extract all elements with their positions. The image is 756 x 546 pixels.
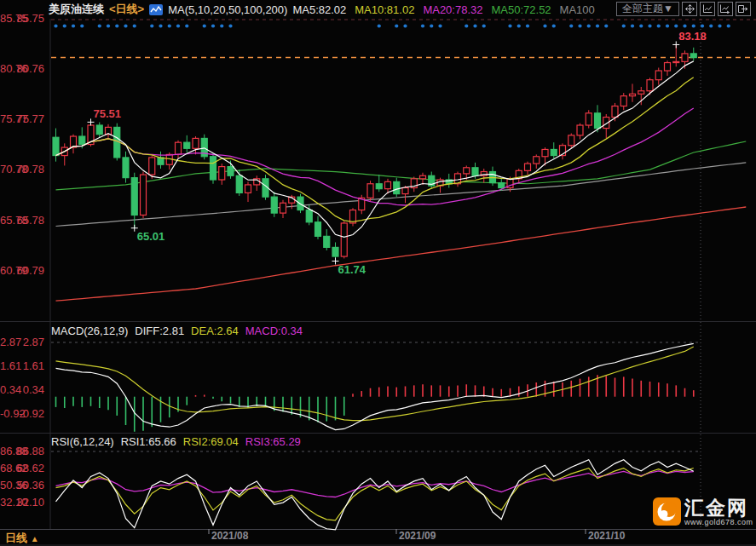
event-dot <box>203 24 206 27</box>
candle-body-down <box>376 184 382 189</box>
x-axis-date: 2021/09 <box>399 530 436 542</box>
candle-body-up <box>542 149 548 156</box>
event-dot <box>80 24 84 27</box>
candle-body-down <box>184 142 190 148</box>
candle-body-up <box>341 223 347 256</box>
event-dot <box>543 24 546 27</box>
chart-application: 美原油连续 <日线> MA(5,10,20,50,100,200) MA5:82… <box>0 0 756 546</box>
event-dot <box>228 24 232 27</box>
candle-body-down <box>96 125 102 135</box>
candle-body-down <box>123 158 129 178</box>
candle-body-down <box>332 247 338 256</box>
macd-legend-item: MACD:0.34 <box>245 325 303 337</box>
candle-body-up <box>420 175 426 179</box>
candle-body-up <box>665 63 671 71</box>
candle-body-up <box>630 94 636 95</box>
price-marker: 65.01 <box>137 230 165 243</box>
exit-fullscreen-icon[interactable] <box>736 2 751 16</box>
event-dot <box>438 24 441 27</box>
candle-body-up <box>647 80 653 91</box>
macd-legend-item: DEA:2.64 <box>191 325 239 337</box>
candle-body-up <box>638 91 644 95</box>
candle-body-up <box>655 71 661 80</box>
event-dot <box>378 24 381 27</box>
event-dot <box>211 24 215 27</box>
zoom-axis-right-icon[interactable] <box>718 2 733 16</box>
axis-tick-right: 1.61 <box>0 359 21 372</box>
event-dot <box>72 24 75 27</box>
event-dot <box>395 24 398 27</box>
event-dot <box>604 24 608 27</box>
axis-tick-right: 68.62 <box>0 462 28 474</box>
logo-url: www.gold678.com <box>684 518 753 526</box>
candle-body-up <box>193 138 199 148</box>
ma50-line <box>56 141 747 190</box>
theme-dropdown-button[interactable]: 全部主题▼ <box>616 2 679 16</box>
event-dot <box>430 24 433 27</box>
event-dot <box>701 24 704 27</box>
chart-canvas[interactable] <box>0 0 756 546</box>
x-axis-date: 2021/10 <box>588 530 625 542</box>
ma-value-label: MA5:82.02 <box>292 3 346 16</box>
event-dot <box>709 24 713 27</box>
event-dot <box>98 24 101 27</box>
header-tools: 全部主题▼ <box>616 2 751 16</box>
axis-tick-right: 2.87 <box>0 336 21 348</box>
event-dot <box>185 24 188 27</box>
event-dot <box>526 24 529 27</box>
ma-value-label: MA100 <box>560 3 595 16</box>
axis-tick-right: 50.36 <box>0 479 28 491</box>
candle-body-down <box>690 54 696 58</box>
event-dot <box>578 24 581 27</box>
axis-tick-right: 80.76 <box>0 62 28 75</box>
event-dot <box>692 24 695 27</box>
period-tag: <日线> <box>109 2 144 17</box>
candle-body-up <box>464 168 470 174</box>
event-dot <box>718 24 721 27</box>
candle-body-up <box>525 164 531 170</box>
ma-value-label: MA20:78.32 <box>423 3 482 16</box>
rsi-legend-item: RSI3:65.29 <box>245 435 301 448</box>
price-marker: 75.51 <box>94 107 122 120</box>
logo-icon <box>653 497 681 526</box>
candle-body-down <box>324 236 330 247</box>
rsi-legend-item: RSI2:69.04 <box>183 435 239 448</box>
candle-body-down <box>499 183 505 188</box>
macd-legend: MACD(26,12,9)DIFF:2.81DEA:2.64MACD:0.34 <box>51 325 309 337</box>
candle-body-down <box>315 222 321 237</box>
candle-body-up <box>245 185 251 193</box>
ma-value-label: MA10:81.02 <box>355 3 414 16</box>
rsi2-line <box>56 468 694 520</box>
price-marker: 61.74 <box>338 263 366 276</box>
event-dot <box>220 24 223 27</box>
candle-body-up <box>385 181 391 188</box>
event-dot <box>133 24 136 27</box>
candle-body-down <box>211 157 216 180</box>
bottom-bar: 日线 ▲ 2021/082021/092021/10 <box>0 530 756 545</box>
event-dot <box>596 24 599 27</box>
event-dot <box>727 24 730 27</box>
event-dot <box>666 24 669 27</box>
event-dot <box>482 24 486 27</box>
event-dot <box>465 24 468 27</box>
candle-body-down <box>472 168 478 175</box>
rsi-legend: RSI(6,12,24)RSI1:65.66RSI2:69.04RSI3:65.… <box>51 435 308 448</box>
candle-body-up <box>280 203 286 213</box>
event-dot <box>63 24 66 27</box>
axis-tick-right: -0.92 <box>0 407 26 420</box>
zoom-axis-left-icon[interactable] <box>700 2 715 16</box>
candle-body-up <box>141 175 147 215</box>
rsi-legend-item: RSI(6,12,24) <box>51 435 114 448</box>
candle-body-up <box>586 113 592 125</box>
move-crosshair-icon[interactable] <box>682 2 697 16</box>
period-tab-daily[interactable]: 日线 ▲ <box>5 531 39 546</box>
candle-body-up <box>568 135 574 146</box>
ma-settings-label: MA(5,10,20,50,100,200) <box>168 3 287 16</box>
event-dot <box>552 24 556 27</box>
candle-body-down <box>271 197 277 213</box>
ma200-line <box>56 207 747 301</box>
candle-body-down <box>53 137 59 155</box>
event-dot <box>403 24 407 27</box>
candle-body-up <box>176 142 182 154</box>
event-dot <box>508 24 511 27</box>
